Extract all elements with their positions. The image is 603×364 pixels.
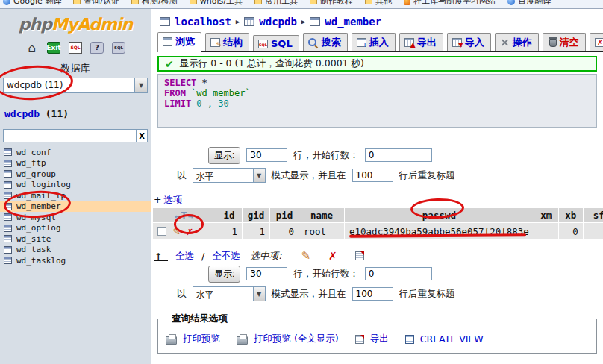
sidebar-item-wd_optlog[interactable]: wd_optlog xyxy=(0,223,151,234)
print-preview-full-link[interactable]: 打印预览 (全文显示) xyxy=(254,333,339,345)
sidebar-item-wd_loginlog[interactable]: wd_loginlog xyxy=(0,180,151,191)
edit-selected-icon[interactable]: ✎ xyxy=(301,251,310,262)
repeat-headers-input[interactable] xyxy=(352,287,393,301)
table-filter-input[interactable] xyxy=(3,129,137,142)
tab-search[interactable]: 搜索 xyxy=(303,33,348,51)
tab-insert[interactable]: +插入 xyxy=(352,33,396,51)
bookmark-folder[interactable]: 常用工具 xyxy=(254,0,298,7)
help-icon[interactable]: ? xyxy=(90,42,104,54)
sidebar-item-wd_group[interactable]: wd_group xyxy=(0,169,151,180)
table-icon[interactable] xyxy=(4,148,12,156)
table-icon[interactable] xyxy=(4,235,12,242)
printer-icon[interactable] xyxy=(237,336,248,345)
display-mode-select[interactable]: 水平 ▼ xyxy=(193,286,266,301)
search-icon xyxy=(308,38,319,47)
export-selected-icon[interactable] xyxy=(355,251,364,260)
table-icon[interactable] xyxy=(4,160,12,167)
export-icon[interactable] xyxy=(355,335,364,344)
printer-icon[interactable] xyxy=(166,336,177,345)
phpmyadmin-window: Google 翻译 查询/认证 检测/检测 whois/工具 常用工具 制作教程… xyxy=(0,0,603,364)
bookmark-folder[interactable]: 其他 xyxy=(365,0,392,7)
create-view-link[interactable]: CREATE VIEW xyxy=(420,333,484,345)
database-select[interactable]: wdcpdb (11) ▼ xyxy=(3,78,148,93)
main-content: localhost ▶ wdcpdb ▶ wd_member 浏览 ✎结构 SQ… xyxy=(151,9,603,364)
folder-icon xyxy=(190,0,197,4)
table-icon[interactable] xyxy=(4,170,12,178)
table-row: ✎ ✗ 1 1 0 root e10adc3949ba59abbe56e057f… xyxy=(153,223,603,239)
bookmark-google-translate[interactable]: Google 翻译 xyxy=(3,0,61,7)
trash-icon xyxy=(549,39,557,47)
select-all-link[interactable]: 全选 xyxy=(175,250,194,263)
table-icon[interactable] xyxy=(4,192,12,199)
sidebar-item-wd_ftp[interactable]: wd_ftp xyxy=(0,158,151,169)
table-icon[interactable] xyxy=(4,181,12,189)
tab-sql[interactable]: SQLSQL xyxy=(253,35,299,51)
tab-empty[interactable]: 清空 xyxy=(543,33,586,51)
bookmark-folder[interactable]: 查询/认证 xyxy=(73,0,119,7)
bookmark-folder[interactable]: whois/工具 xyxy=(190,0,243,7)
start-row-input[interactable] xyxy=(365,267,432,280)
exit-icon[interactable]: Exit xyxy=(47,42,60,54)
bookmark-folder[interactable]: 检测/检测 xyxy=(131,0,178,7)
folder-icon xyxy=(131,0,139,4)
options-toggle[interactable]: +选项 xyxy=(154,194,603,206)
tab-structure[interactable]: ✎结构 xyxy=(205,33,249,51)
sidebar-item-wd_mail_tp[interactable]: wd_mail_tp xyxy=(0,190,151,201)
sidebar-item-wd_site[interactable]: wd_site xyxy=(0,233,151,245)
column-order-controls[interactable]: ←T→ xyxy=(175,211,194,222)
with-selected-label: 选中项: xyxy=(251,250,282,263)
table-icon[interactable] xyxy=(4,225,12,232)
sidebar-item-wd_tasklog[interactable]: wd_tasklog xyxy=(0,255,151,266)
tab-drop[interactable]: ✗删除 xyxy=(590,33,603,51)
export-link[interactable]: 导出 xyxy=(370,333,389,345)
rows-count-input[interactable] xyxy=(246,148,287,162)
start-row-input[interactable] xyxy=(365,148,432,162)
edit-pencil-icon[interactable]: ✎ xyxy=(173,226,180,237)
rows-count-input[interactable] xyxy=(246,267,287,280)
bookmark-site[interactable]: 百度翻译 xyxy=(507,0,551,7)
delete-selected-icon[interactable]: ✗ xyxy=(328,251,337,261)
print-preview-link[interactable]: 打印预览 xyxy=(183,333,220,345)
sql-window-icon[interactable]: SQL xyxy=(112,42,125,54)
table-icon[interactable] xyxy=(4,246,12,254)
breadcrumb-table[interactable]: wd_member xyxy=(325,16,381,28)
row-checkbox[interactable] xyxy=(157,227,166,236)
show-button[interactable]: 显示: xyxy=(208,266,240,283)
status-text: 显示行 0 - 0 (1 总计，查询花费 0.0001 秒) xyxy=(180,57,364,70)
table-icon[interactable] xyxy=(4,213,12,221)
show-button[interactable]: 显示: xyxy=(208,147,240,164)
breadcrumb-server[interactable]: localhost xyxy=(175,16,231,28)
sql-icon[interactable]: SQL xyxy=(69,42,82,54)
tab-import[interactable]: ▼导入 xyxy=(447,33,491,51)
sidebar-item-wd_task[interactable]: wd_task xyxy=(0,245,151,256)
display-mode-select[interactable]: 水平 ▼ xyxy=(193,168,266,183)
sidebar-item-wd_member[interactable]: wd_member xyxy=(0,201,151,213)
tab-export[interactable]: ▲导出 xyxy=(399,33,443,51)
chevron-down-icon: ▼ xyxy=(253,287,265,301)
sidebar-item-wd_mysql[interactable]: wd_mysql xyxy=(0,212,151,223)
bookmark-folder[interactable]: 制作教程 xyxy=(310,0,353,7)
table-header-row: ←T→ id gid pid name passwd xm xb sfzh xyxy=(153,208,603,222)
repeat-headers-input[interactable] xyxy=(352,169,393,182)
sidebar-item-wd_conf[interactable]: wd_conf xyxy=(0,147,151,158)
tab-browse[interactable]: 浏览 xyxy=(157,32,201,52)
table-icon[interactable] xyxy=(4,203,12,210)
tab-operations[interactable]: 操作 xyxy=(495,33,539,51)
delete-x-icon[interactable]: ✗ xyxy=(187,226,193,236)
breadcrumb-database[interactable]: wdcpdb xyxy=(259,16,297,28)
table-icon[interactable] xyxy=(4,257,12,264)
home-icon[interactable]: ⌂ xyxy=(25,42,39,54)
column-header-xm: xm xyxy=(534,208,558,222)
chevron-down-icon: ▼ xyxy=(253,169,265,182)
breadcrumb-separator-icon: ▶ xyxy=(236,18,240,25)
cell-xb: 0 xyxy=(559,223,583,239)
chevron-down-icon[interactable]: ▼ xyxy=(134,78,147,92)
cell-sfzh xyxy=(584,223,603,239)
bookmark-site[interactable]: 社工库与制度学习网站 xyxy=(404,0,496,7)
database-link[interactable]: wdcpdb xyxy=(4,108,40,119)
create-view-icon[interactable] xyxy=(405,335,414,344)
phpmyadmin-logo[interactable]: phpMyAdmin xyxy=(0,15,151,34)
unselect-all-link[interactable]: 全不选 xyxy=(212,250,240,263)
column-header-passwd: passwd xyxy=(345,208,534,222)
clear-filter-button[interactable]: X xyxy=(137,129,148,142)
